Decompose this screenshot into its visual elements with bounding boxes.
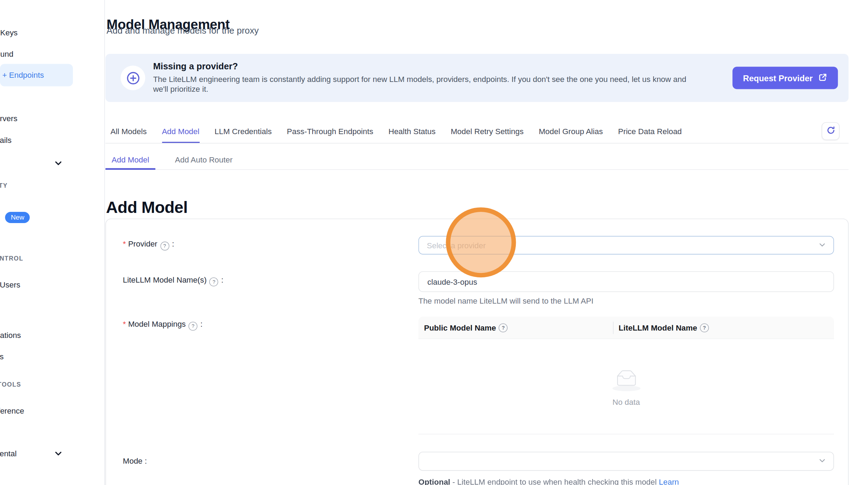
tab-model-group-alias[interactable]: Model Group Alias bbox=[539, 127, 603, 143]
tab-health-status[interactable]: Health Status bbox=[388, 127, 436, 143]
column-header-litellm-model-name: LiteLLM Model Name? bbox=[614, 323, 711, 332]
sub-tab-bar: Add Model Add Auto Router bbox=[105, 151, 849, 170]
sidebar-item-label: Guardrails bbox=[0, 136, 12, 145]
add-model-heading: Add Model bbox=[106, 199, 187, 217]
missing-provider-banner: Missing a provider? The LiteLLM engineer… bbox=[105, 54, 849, 102]
sidebar-item-label: Organizations bbox=[0, 331, 21, 340]
tab-price-data-reload[interactable]: Price Data Reload bbox=[618, 127, 682, 143]
model-mappings-label: *Model Mappings?: bbox=[123, 319, 203, 331]
model-mappings-table: Public Model Name? LiteLLM Model Name? bbox=[418, 317, 834, 434]
sidebar-item-label: Experimental bbox=[0, 449, 17, 458]
sidebar-section-access-control: Access Control bbox=[0, 255, 23, 264]
no-data-text: No data bbox=[613, 397, 640, 407]
provider-label: *Provider?: bbox=[123, 239, 174, 250]
mode-helper-prefix: Optional bbox=[418, 478, 450, 485]
model-mappings-table-header: Public Model Name? LiteLLM Model Name? bbox=[418, 317, 834, 339]
column-header-public-model-name: Public Model Name? bbox=[418, 323, 613, 332]
request-provider-label: Request Provider bbox=[743, 73, 813, 83]
subtab-add-model[interactable]: Add Model bbox=[105, 151, 155, 170]
sidebar-item-label: Virtual Keys bbox=[0, 28, 18, 37]
sidebar-item-label: MCP Servers bbox=[0, 114, 18, 123]
litellm-model-name-label: LiteLLM Model Name(s)?: bbox=[123, 275, 224, 286]
plus-circle-icon bbox=[121, 65, 145, 90]
sidebar-item-mcp-servers[interactable]: MCP Servers bbox=[0, 107, 104, 130]
sidebar-section-observability: Observability bbox=[0, 182, 8, 191]
sidebar-item-models-endpoints[interactable]: Models + Endpoints bbox=[0, 64, 73, 86]
sidebar-item-label: API Reference bbox=[0, 406, 24, 415]
tab-bar: All Models Add Model LLM Credentials Pas… bbox=[105, 124, 849, 143]
litellm-admin-app: Virtual Keys Playground Models + Endpoin… bbox=[0, 0, 868, 485]
sidebar-item-experimental[interactable]: Experimental bbox=[0, 442, 104, 465]
chevron-down-icon bbox=[54, 450, 62, 457]
chevron-down-icon bbox=[54, 159, 62, 167]
tab-pass-through-endpoints[interactable]: Pass-Through Endpoints bbox=[287, 127, 374, 143]
litellm-model-name-input[interactable]: claude-3-opus bbox=[418, 271, 834, 292]
page-subtitle: Add and manage models for the proxy bbox=[107, 26, 259, 36]
banner-text: Missing a provider? The LiteLLM engineer… bbox=[153, 62, 686, 94]
required-asterisk: * bbox=[123, 319, 126, 328]
tab-llm-credentials[interactable]: LLM Credentials bbox=[214, 127, 272, 143]
sidebar-item-guardrails[interactable]: Guardrails bbox=[0, 129, 104, 151]
mode-helper: Optional - LiteLLM endpoint to use when … bbox=[418, 478, 679, 485]
tab-model-retry-settings[interactable]: Model Retry Settings bbox=[451, 127, 524, 143]
subtab-add-auto-router[interactable]: Add Auto Router bbox=[169, 151, 239, 169]
provider-select-placeholder: Select a provider bbox=[427, 241, 486, 250]
banner-body-line1: The LiteLLM engineering team is constant… bbox=[153, 75, 686, 84]
sidebar-item-playground[interactable]: Playground bbox=[0, 43, 104, 65]
sidebar-item-logs[interactable]: Logs New bbox=[0, 206, 104, 229]
external-link-icon bbox=[818, 72, 827, 83]
mode-helper-text: - LiteLLM endpoint to use when health ch… bbox=[450, 478, 659, 485]
provider-select[interactable]: Select a provider bbox=[418, 236, 834, 255]
sidebar-item-teams[interactable]: Teams bbox=[0, 299, 104, 321]
sidebar-item-settings[interactable]: Settings bbox=[0, 345, 104, 368]
question-circle-icon: ? bbox=[189, 322, 198, 331]
question-circle-icon: ? bbox=[210, 277, 219, 286]
litellm-model-name-value: claude-3-opus bbox=[428, 277, 477, 286]
question-circle-icon: ? bbox=[700, 323, 709, 332]
tab-add-model[interactable]: Add Model bbox=[162, 127, 199, 143]
learn-link[interactable]: Learn bbox=[659, 478, 679, 485]
chevron-down-icon bbox=[819, 457, 826, 466]
tab-all-models[interactable]: All Models bbox=[110, 127, 146, 143]
request-provider-button[interactable]: Request Provider bbox=[732, 67, 838, 89]
sidebar-item-internal-users[interactable]: Internal Users bbox=[0, 273, 104, 296]
question-circle-icon: ? bbox=[499, 323, 508, 332]
chevron-down-icon bbox=[819, 241, 826, 250]
sidebar-item-label: Models + Endpoints bbox=[0, 71, 44, 80]
sidebar-item-organizations[interactable]: Organizations bbox=[0, 324, 104, 346]
model-mappings-empty-state: No data bbox=[418, 339, 834, 434]
inbox-icon bbox=[611, 367, 641, 394]
add-model-form-card: *Provider?: Select a provider LiteLLM Mo… bbox=[105, 219, 849, 485]
sidebar-item-label: Playground bbox=[0, 49, 13, 58]
question-circle-icon: ? bbox=[160, 242, 169, 251]
mode-label: Mode: bbox=[123, 456, 147, 465]
sidebar-item-label: Settings bbox=[0, 352, 4, 361]
new-badge: New bbox=[5, 212, 30, 223]
sidebar-item-virtual-keys[interactable]: Virtual Keys bbox=[0, 21, 104, 44]
refresh-button[interactable] bbox=[822, 122, 840, 140]
banner-body-line2: we'll prioritize it. bbox=[153, 85, 208, 94]
sidebar-item-label: Internal Users bbox=[0, 280, 20, 289]
sidebar-item-api-reference[interactable]: API Reference bbox=[0, 400, 104, 422]
banner-body: The LiteLLM engineering team is constant… bbox=[153, 74, 686, 94]
sidebar-section-developer-tools: Developer Tools bbox=[0, 381, 21, 390]
sidebar-item-usage[interactable]: Usage bbox=[0, 152, 104, 174]
litellm-model-name-helper: The model name LiteLLM will send to the … bbox=[418, 297, 593, 306]
refresh-icon bbox=[826, 126, 835, 136]
banner-title: Missing a provider? bbox=[153, 62, 686, 72]
mode-select[interactable] bbox=[418, 452, 834, 471]
required-asterisk: * bbox=[123, 239, 126, 248]
main-content: Model Management Add and manage models f… bbox=[104, 0, 868, 485]
sidebar: Virtual Keys Playground Models + Endpoin… bbox=[0, 0, 105, 485]
